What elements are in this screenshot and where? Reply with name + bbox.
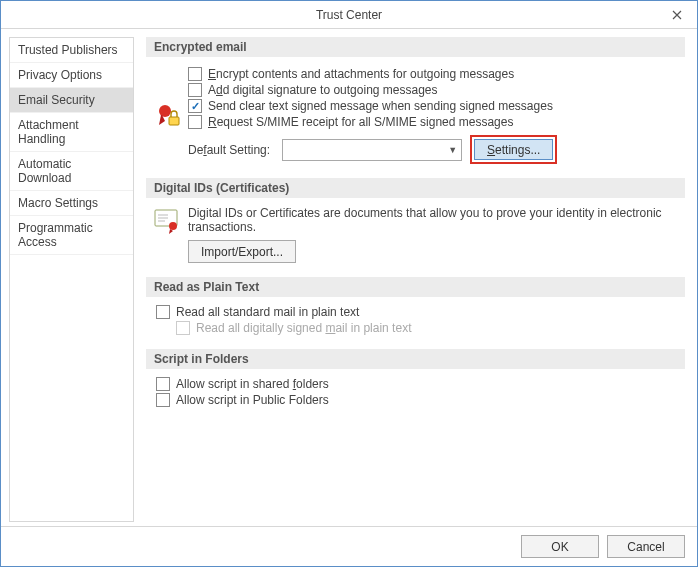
content-pane: Encrypted email Encrypt conten	[134, 37, 689, 522]
label-read-all-plain: Read all standard mail in plain text	[176, 305, 359, 319]
checkbox-encrypt-contents[interactable]	[188, 67, 202, 81]
trust-center-window: Trust Center Trusted Publishers Privacy …	[0, 0, 698, 567]
import-export-button[interactable]: Import/Export...	[188, 240, 296, 263]
sidebar-item-programmatic-access[interactable]: Programmatic Access	[10, 216, 133, 255]
label-send-clear-text: Send clear text signed message when send…	[208, 99, 553, 113]
ok-button[interactable]: OK	[521, 535, 599, 558]
dialog-footer: OK Cancel	[1, 526, 697, 566]
label-request-smime-receipt: Request S/MIME receipt for all S/MIME si…	[208, 115, 513, 129]
default-setting-combo[interactable]: ▼	[282, 139, 462, 161]
section-encrypted-email: Encrypted email Encrypt conten	[146, 37, 685, 164]
close-button[interactable]	[657, 1, 697, 29]
sidebar-item-automatic-download[interactable]: Automatic Download	[10, 152, 133, 191]
label-script-public: Allow script in Public Folders	[176, 393, 329, 407]
dialog-body: Trusted Publishers Privacy Options Email…	[1, 29, 697, 526]
svg-rect-1	[169, 117, 179, 125]
sidebar-item-attachment-handling[interactable]: Attachment Handling	[10, 113, 133, 152]
checkbox-request-smime-receipt[interactable]	[188, 115, 202, 129]
checkbox-read-signed-plain	[176, 321, 190, 335]
encrypted-row-first: Encrypt contents and attachments for out…	[146, 65, 685, 164]
sidebar: Trusted Publishers Privacy Options Email…	[9, 37, 134, 522]
titlebar: Trust Center	[1, 1, 697, 29]
checkbox-send-clear-text[interactable]	[188, 99, 202, 113]
close-icon	[672, 10, 682, 20]
svg-point-6	[169, 222, 177, 230]
checkbox-read-all-plain[interactable]	[156, 305, 170, 319]
section-script-folders: Script in Folders Allow script in shared…	[146, 349, 685, 407]
label-script-shared: Allow script in shared folders	[176, 377, 329, 391]
settings-button[interactable]: Settings...	[474, 139, 553, 160]
svg-point-0	[159, 105, 171, 117]
section-title-digital-ids: Digital IDs (Certificates)	[146, 178, 685, 198]
window-title: Trust Center	[316, 8, 382, 22]
sidebar-item-email-security[interactable]: Email Security	[10, 88, 133, 113]
section-title-script-folders: Script in Folders	[146, 349, 685, 369]
section-title-plain-text: Read as Plain Text	[146, 277, 685, 297]
label-read-signed-plain: Read all digitally signed mail in plain …	[196, 321, 411, 335]
ribbon-lock-icon	[153, 101, 181, 129]
digital-ids-description: Digital IDs or Certificates are document…	[188, 206, 685, 234]
certificate-icon	[153, 206, 181, 234]
label-default-setting: Default Setting:	[188, 143, 270, 157]
cancel-button[interactable]: Cancel	[607, 535, 685, 558]
checkbox-script-public[interactable]	[156, 393, 170, 407]
settings-button-highlight: Settings...	[470, 135, 557, 164]
sidebar-item-privacy-options[interactable]: Privacy Options	[10, 63, 133, 88]
checkbox-script-shared[interactable]	[156, 377, 170, 391]
section-title-encrypted: Encrypted email	[146, 37, 685, 57]
label-encrypt-contents: Encrypt contents and attachments for out…	[208, 67, 514, 81]
section-digital-ids: Digital IDs (Certificates) Dig	[146, 178, 685, 263]
checkbox-add-digital-signature[interactable]	[188, 83, 202, 97]
sidebar-item-trusted-publishers[interactable]: Trusted Publishers	[10, 38, 133, 63]
sidebar-item-macro-settings[interactable]: Macro Settings	[10, 191, 133, 216]
chevron-down-icon: ▼	[448, 145, 457, 155]
label-add-digital-signature: Add digital signature to outgoing messag…	[208, 83, 438, 97]
section-read-plain-text: Read as Plain Text Read all standard mai…	[146, 277, 685, 335]
